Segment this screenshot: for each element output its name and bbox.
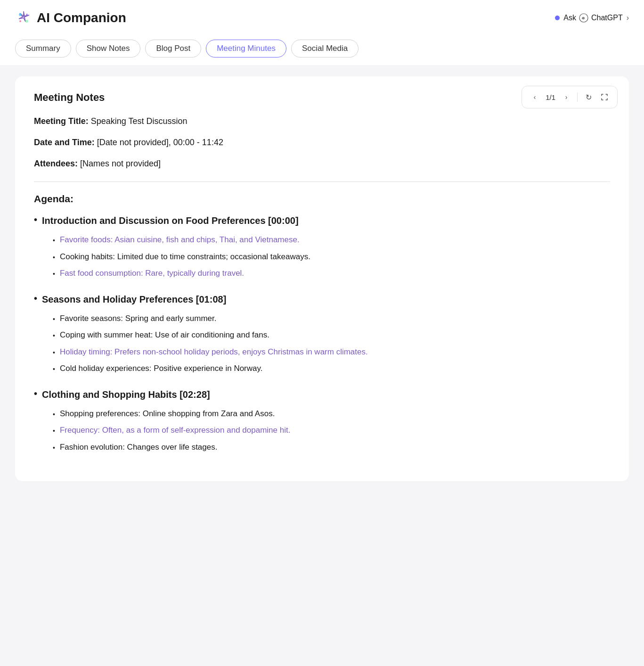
svg-point-3	[19, 20, 21, 22]
list-item: • Coping with summer heat: Use of air co…	[53, 329, 610, 341]
agenda-item-3-subitems: • Shopping preferences: Online shopping …	[34, 408, 610, 453]
list-item: • Favorite foods: Asian cuisine, fish an…	[53, 234, 610, 246]
agenda-item-2-header: • Seasons and Holiday Preferences [01:08…	[34, 293, 610, 306]
main-content: ‹ 1/1 › ↻ Meeting Notes Meeting Title: S…	[0, 65, 644, 666]
meeting-title-line: Meeting Title: Speaking Test Discussion	[34, 115, 610, 128]
sub-bullet-icon: •	[53, 253, 55, 263]
chevron-right-icon: ›	[627, 14, 629, 22]
sub-bullet-icon: •	[53, 269, 55, 279]
svg-point-2	[26, 14, 28, 16]
list-item: • Cooking habits: Limited due to time co…	[53, 251, 610, 263]
sub-item-text: Fashion evolution: Changes over life sta…	[60, 441, 218, 453]
list-item: • Fast food consumption: Rare, typically…	[53, 267, 610, 280]
meeting-title-label: Meeting Title:	[34, 116, 89, 126]
sub-bullet-icon: •	[53, 426, 55, 436]
tabs-bar: Summary Show Notes Blog Post Meeting Min…	[0, 34, 644, 65]
status-dot	[555, 16, 560, 20]
agenda-item-1: • Introduction and Discussion on Food Pr…	[34, 214, 610, 280]
sub-item-text: Cold holiday experiences: Positive exper…	[60, 362, 263, 375]
pagination-label: 1/1	[544, 93, 557, 101]
bullet-icon-2: •	[34, 293, 37, 304]
tab-social-media[interactable]: Social Media	[291, 40, 359, 58]
list-item: • Favorite seasons: Spring and early sum…	[53, 312, 610, 325]
fullscreen-button[interactable]	[597, 90, 611, 104]
attendees-label: Attendees:	[34, 159, 78, 168]
sub-item-text: Shopping preferences: Online shopping fr…	[60, 408, 275, 420]
sub-bullet-icon: •	[53, 331, 55, 341]
sub-item-text: Fast food consumption: Rare, typically d…	[60, 267, 244, 280]
section-divider	[34, 181, 610, 182]
svg-point-4	[25, 20, 28, 23]
agenda-list: • Introduction and Discussion on Food Pr…	[34, 214, 610, 453]
date-value: [Date not provided], 00:00 - 11:42	[97, 138, 223, 147]
sub-bullet-icon: •	[53, 364, 55, 374]
attendees-value: [Names not provided]	[80, 159, 161, 168]
tab-show-notes[interactable]: Show Notes	[76, 40, 141, 58]
ask-chatgpt-label: Ask ChatGPT	[563, 13, 622, 23]
agenda-section: Agenda: • Introduction and Discussion on…	[34, 193, 610, 453]
agenda-item-2: • Seasons and Holiday Preferences [01:08…	[34, 293, 610, 375]
bullet-icon-3: •	[34, 388, 37, 399]
ai-companion-icon	[15, 9, 32, 26]
agenda-item-3-title: Clothing and Shopping Habits [02:28]	[42, 388, 210, 401]
next-page-button[interactable]: ›	[559, 90, 573, 104]
list-item: • Fashion evolution: Changes over life s…	[53, 441, 610, 453]
agenda-item-1-subitems: • Favorite foods: Asian cuisine, fish an…	[34, 234, 610, 280]
list-item: • Holiday timing: Prefers non-school hol…	[53, 346, 610, 358]
expand-icon	[601, 93, 608, 101]
refresh-button[interactable]: ↻	[581, 90, 595, 104]
agenda-item-2-subitems: • Favorite seasons: Spring and early sum…	[34, 312, 610, 375]
chatgpt-icon	[579, 13, 588, 23]
attendees-line: Attendees: [Names not provided]	[34, 157, 610, 170]
sub-bullet-icon: •	[53, 443, 55, 453]
date-line: Date and Time: [Date not provided], 00:0…	[34, 136, 610, 149]
agenda-item-3-header: • Clothing and Shopping Habits [02:28]	[34, 388, 610, 401]
sub-bullet-icon: •	[53, 314, 55, 324]
agenda-title: Agenda:	[34, 193, 610, 205]
app-title: AI Companion	[37, 10, 126, 25]
sub-item-text: Cooking habits: Limited due to time cons…	[60, 251, 310, 263]
prev-page-button[interactable]: ‹	[528, 90, 542, 104]
content-card: ‹ 1/1 › ↻ Meeting Notes Meeting Title: S…	[15, 76, 629, 481]
sub-item-text: Favorite seasons: Spring and early summe…	[60, 312, 217, 325]
header-left: AI Companion	[15, 9, 126, 26]
tab-summary[interactable]: Summary	[15, 40, 71, 58]
agenda-item-3: • Clothing and Shopping Habits [02:28] •…	[34, 388, 610, 453]
sub-item-text: Holiday timing: Prefers non-school holid…	[60, 346, 368, 358]
list-item: • Shopping preferences: Online shopping …	[53, 408, 610, 420]
meeting-title-value: Speaking Test Discussion	[91, 116, 187, 126]
bullet-icon-1: •	[34, 214, 37, 225]
agenda-item-1-title: Introduction and Discussion on Food Pref…	[42, 214, 299, 227]
ask-chatgpt-button[interactable]: Ask ChatGPT ›	[555, 13, 629, 23]
pagination-divider	[577, 92, 578, 102]
header: AI Companion Ask ChatGPT ›	[0, 0, 644, 34]
list-item: • Frequency: Often, as a form of self-ex…	[53, 424, 610, 436]
date-label: Date and Time:	[34, 138, 95, 147]
tab-meeting-minutes[interactable]: Meeting Minutes	[206, 40, 286, 58]
sub-item-text: Favorite foods: Asian cuisine, fish and …	[60, 234, 300, 246]
sub-item-text: Frequency: Often, as a form of self-expr…	[60, 424, 290, 436]
list-item: • Cold holiday experiences: Positive exp…	[53, 362, 610, 375]
sub-item-text: Coping with summer heat: Use of air cond…	[60, 329, 269, 341]
sub-bullet-icon: •	[53, 410, 55, 419]
agenda-item-1-header: • Introduction and Discussion on Food Pr…	[34, 214, 610, 227]
pagination-controls: ‹ 1/1 › ↻	[522, 86, 618, 108]
sub-bullet-icon: •	[53, 236, 55, 246]
tab-blog-post[interactable]: Blog Post	[145, 40, 201, 58]
agenda-item-2-title: Seasons and Holiday Preferences [01:08]	[42, 293, 226, 306]
sub-bullet-icon: •	[53, 348, 55, 358]
